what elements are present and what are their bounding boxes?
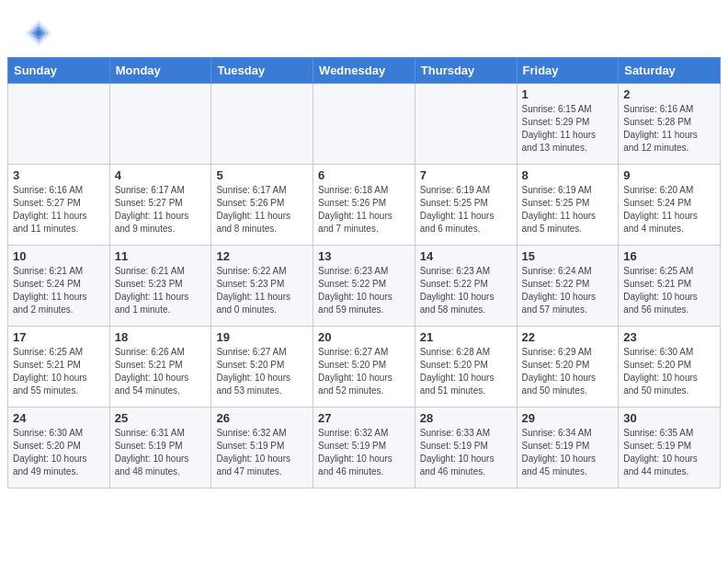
calendar-cell: 1Sunrise: 6:15 AM Sunset: 5:29 PM Daylig… bbox=[517, 84, 619, 165]
calendar-cell: 4Sunrise: 6:17 AM Sunset: 5:27 PM Daylig… bbox=[109, 165, 211, 246]
day-number: 21 bbox=[420, 330, 512, 344]
day-number: 10 bbox=[13, 249, 105, 263]
day-number: 17 bbox=[13, 330, 105, 344]
weekday-header-row: SundayMondayTuesdayWednesdayThursdayFrid… bbox=[8, 58, 721, 84]
day-info: Sunrise: 6:30 AM Sunset: 5:20 PM Dayligh… bbox=[13, 427, 105, 478]
day-info: Sunrise: 6:28 AM Sunset: 5:20 PM Dayligh… bbox=[420, 346, 512, 397]
day-info: Sunrise: 6:35 AM Sunset: 5:19 PM Dayligh… bbox=[623, 427, 715, 478]
calendar-cell: 21Sunrise: 6:28 AM Sunset: 5:20 PM Dayli… bbox=[415, 327, 517, 408]
calendar-cell: 27Sunrise: 6:32 AM Sunset: 5:19 PM Dayli… bbox=[313, 408, 415, 488]
calendar-cell: 9Sunrise: 6:20 AM Sunset: 5:24 PM Daylig… bbox=[619, 165, 721, 246]
calendar-wrapper: SundayMondayTuesdayWednesdayThursdayFrid… bbox=[0, 57, 728, 496]
day-number: 18 bbox=[115, 330, 207, 344]
day-number: 6 bbox=[318, 168, 410, 182]
calendar-cell: 8Sunrise: 6:19 AM Sunset: 5:25 PM Daylig… bbox=[517, 165, 619, 246]
day-info: Sunrise: 6:33 AM Sunset: 5:19 PM Dayligh… bbox=[420, 427, 512, 478]
page-header bbox=[0, 0, 728, 57]
calendar-cell: 2Sunrise: 6:16 AM Sunset: 5:28 PM Daylig… bbox=[619, 84, 721, 165]
calendar-cell: 17Sunrise: 6:25 AM Sunset: 5:21 PM Dayli… bbox=[8, 327, 110, 408]
day-number: 8 bbox=[522, 168, 614, 182]
day-info: Sunrise: 6:23 AM Sunset: 5:22 PM Dayligh… bbox=[420, 265, 512, 316]
day-number: 13 bbox=[318, 249, 410, 263]
day-info: Sunrise: 6:20 AM Sunset: 5:24 PM Dayligh… bbox=[623, 184, 715, 236]
day-number: 2 bbox=[623, 87, 715, 101]
calendar-cell: 26Sunrise: 6:32 AM Sunset: 5:19 PM Dayli… bbox=[211, 408, 313, 488]
weekday-header-thursday: Thursday bbox=[415, 58, 517, 84]
day-number: 28 bbox=[420, 411, 512, 425]
calendar-week-row: 24Sunrise: 6:30 AM Sunset: 5:20 PM Dayli… bbox=[8, 408, 721, 488]
calendar-cell: 5Sunrise: 6:17 AM Sunset: 5:26 PM Daylig… bbox=[211, 165, 313, 246]
weekday-header-sunday: Sunday bbox=[8, 58, 110, 84]
day-info: Sunrise: 6:15 AM Sunset: 5:29 PM Dayligh… bbox=[522, 103, 614, 155]
day-info: Sunrise: 6:17 AM Sunset: 5:27 PM Dayligh… bbox=[115, 184, 207, 236]
calendar-cell: 25Sunrise: 6:31 AM Sunset: 5:19 PM Dayli… bbox=[109, 408, 211, 488]
day-number: 11 bbox=[115, 249, 207, 263]
day-number: 26 bbox=[216, 411, 308, 425]
day-number: 25 bbox=[115, 411, 207, 425]
day-number: 16 bbox=[623, 249, 715, 263]
day-info: Sunrise: 6:30 AM Sunset: 5:20 PM Dayligh… bbox=[623, 346, 715, 397]
weekday-header-friday: Friday bbox=[517, 58, 619, 84]
day-number: 30 bbox=[623, 411, 715, 425]
day-number: 29 bbox=[522, 411, 614, 425]
day-info: Sunrise: 6:32 AM Sunset: 5:19 PM Dayligh… bbox=[216, 427, 308, 478]
day-info: Sunrise: 6:34 AM Sunset: 5:19 PM Dayligh… bbox=[522, 427, 614, 478]
day-info: Sunrise: 6:16 AM Sunset: 5:27 PM Dayligh… bbox=[13, 184, 105, 236]
day-number: 27 bbox=[318, 411, 410, 425]
calendar-cell: 18Sunrise: 6:26 AM Sunset: 5:21 PM Dayli… bbox=[109, 327, 211, 408]
day-info: Sunrise: 6:21 AM Sunset: 5:24 PM Dayligh… bbox=[13, 265, 105, 316]
calendar-week-row: 1Sunrise: 6:15 AM Sunset: 5:29 PM Daylig… bbox=[8, 84, 721, 165]
day-number: 7 bbox=[420, 168, 512, 182]
day-number: 20 bbox=[318, 330, 410, 344]
calendar-cell: 10Sunrise: 6:21 AM Sunset: 5:24 PM Dayli… bbox=[8, 246, 110, 327]
calendar-cell: 28Sunrise: 6:33 AM Sunset: 5:19 PM Dayli… bbox=[415, 408, 517, 488]
calendar-cell: 24Sunrise: 6:30 AM Sunset: 5:20 PM Dayli… bbox=[8, 408, 110, 488]
day-info: Sunrise: 6:22 AM Sunset: 5:23 PM Dayligh… bbox=[216, 265, 308, 316]
day-number: 12 bbox=[216, 249, 308, 263]
day-info: Sunrise: 6:24 AM Sunset: 5:22 PM Dayligh… bbox=[522, 265, 614, 316]
calendar-cell: 6Sunrise: 6:18 AM Sunset: 5:26 PM Daylig… bbox=[313, 165, 415, 246]
day-number: 4 bbox=[115, 168, 207, 182]
weekday-header-monday: Monday bbox=[109, 58, 211, 84]
day-info: Sunrise: 6:29 AM Sunset: 5:20 PM Dayligh… bbox=[522, 346, 614, 397]
day-number: 5 bbox=[216, 168, 308, 182]
logo-icon bbox=[22, 17, 55, 50]
logo bbox=[22, 17, 59, 50]
calendar-cell: 13Sunrise: 6:23 AM Sunset: 5:22 PM Dayli… bbox=[313, 246, 415, 327]
weekday-header-tuesday: Tuesday bbox=[211, 58, 313, 84]
calendar-week-row: 10Sunrise: 6:21 AM Sunset: 5:24 PM Dayli… bbox=[8, 246, 721, 327]
day-number: 3 bbox=[13, 168, 105, 182]
day-info: Sunrise: 6:23 AM Sunset: 5:22 PM Dayligh… bbox=[318, 265, 410, 316]
day-info: Sunrise: 6:27 AM Sunset: 5:20 PM Dayligh… bbox=[216, 346, 308, 397]
day-number: 22 bbox=[522, 330, 614, 344]
day-info: Sunrise: 6:26 AM Sunset: 5:21 PM Dayligh… bbox=[115, 346, 207, 397]
day-info: Sunrise: 6:32 AM Sunset: 5:19 PM Dayligh… bbox=[318, 427, 410, 478]
calendar-cell: 30Sunrise: 6:35 AM Sunset: 5:19 PM Dayli… bbox=[619, 408, 721, 488]
calendar-cell: 16Sunrise: 6:25 AM Sunset: 5:21 PM Dayli… bbox=[619, 246, 721, 327]
day-number: 24 bbox=[13, 411, 105, 425]
calendar-cell: 19Sunrise: 6:27 AM Sunset: 5:20 PM Dayli… bbox=[211, 327, 313, 408]
calendar-week-row: 3Sunrise: 6:16 AM Sunset: 5:27 PM Daylig… bbox=[8, 165, 721, 246]
calendar-cell: 29Sunrise: 6:34 AM Sunset: 5:19 PM Dayli… bbox=[517, 408, 619, 488]
day-number: 23 bbox=[623, 330, 715, 344]
calendar-cell bbox=[313, 84, 415, 165]
calendar-cell bbox=[415, 84, 517, 165]
calendar-cell: 15Sunrise: 6:24 AM Sunset: 5:22 PM Dayli… bbox=[517, 246, 619, 327]
day-number: 15 bbox=[522, 249, 614, 263]
calendar-cell: 22Sunrise: 6:29 AM Sunset: 5:20 PM Dayli… bbox=[517, 327, 619, 408]
calendar-cell: 14Sunrise: 6:23 AM Sunset: 5:22 PM Dayli… bbox=[415, 246, 517, 327]
day-info: Sunrise: 6:18 AM Sunset: 5:26 PM Dayligh… bbox=[318, 184, 410, 236]
calendar-cell bbox=[109, 84, 211, 165]
day-info: Sunrise: 6:31 AM Sunset: 5:19 PM Dayligh… bbox=[115, 427, 207, 478]
calendar-cell bbox=[8, 84, 110, 165]
calendar-cell: 11Sunrise: 6:21 AM Sunset: 5:23 PM Dayli… bbox=[109, 246, 211, 327]
day-info: Sunrise: 6:19 AM Sunset: 5:25 PM Dayligh… bbox=[420, 184, 512, 236]
day-number: 14 bbox=[420, 249, 512, 263]
calendar-header: SundayMondayTuesdayWednesdayThursdayFrid… bbox=[8, 58, 721, 84]
calendar-cell bbox=[211, 84, 313, 165]
calendar-cell: 3Sunrise: 6:16 AM Sunset: 5:27 PM Daylig… bbox=[8, 165, 110, 246]
day-number: 19 bbox=[216, 330, 308, 344]
day-info: Sunrise: 6:27 AM Sunset: 5:20 PM Dayligh… bbox=[318, 346, 410, 397]
day-info: Sunrise: 6:17 AM Sunset: 5:26 PM Dayligh… bbox=[216, 184, 308, 236]
day-info: Sunrise: 6:19 AM Sunset: 5:25 PM Dayligh… bbox=[522, 184, 614, 236]
